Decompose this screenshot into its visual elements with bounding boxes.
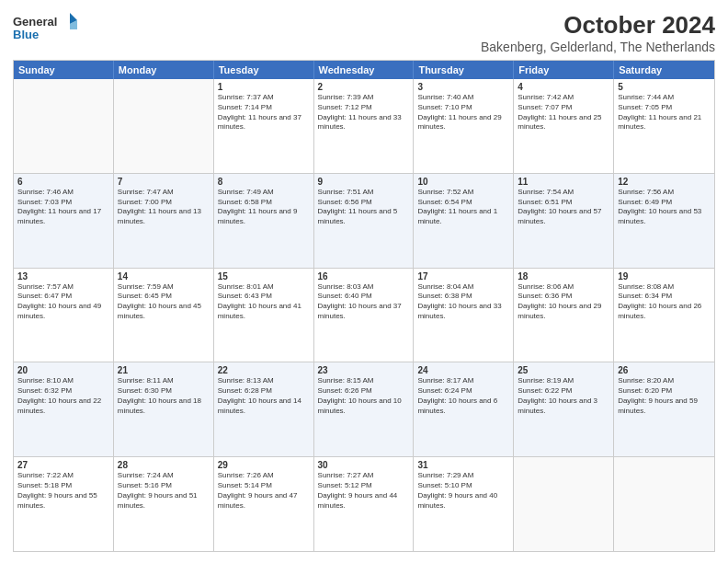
day-number: 24 <box>417 365 509 375</box>
day-info: Sunrise: 7:49 AMSunset: 6:58 PMDaylight:… <box>218 188 310 227</box>
day-cell-4: 4Sunrise: 7:42 AMSunset: 7:07 PMDaylight… <box>514 79 614 173</box>
day-number: 4 <box>518 82 609 92</box>
empty-cell <box>14 79 114 173</box>
day-number: 15 <box>218 271 310 282</box>
day-info: Sunrise: 7:39 AMSunset: 7:12 PMDaylight:… <box>318 93 410 132</box>
day-info: Sunrise: 8:20 AMSunset: 6:20 PMDaylight:… <box>618 376 711 416</box>
calendar-row-2: 6Sunrise: 7:46 AMSunset: 7:03 PMDaylight… <box>14 173 714 268</box>
day-number: 30 <box>318 460 410 470</box>
day-number: 5 <box>618 82 711 92</box>
day-cell-24: 24Sunrise: 8:17 AMSunset: 6:24 PMDayligh… <box>414 362 514 456</box>
day-number: 3 <box>417 82 509 92</box>
day-info: Sunrise: 7:29 AMSunset: 5:10 PMDaylight:… <box>417 471 509 511</box>
main-title: October 2024 <box>481 11 715 40</box>
day-number: 14 <box>118 271 210 282</box>
day-info: Sunrise: 8:13 AMSunset: 6:28 PMDaylight:… <box>218 376 310 416</box>
day-info: Sunrise: 7:57 AMSunset: 6:47 PMDaylight:… <box>17 282 109 322</box>
day-cell-7: 7Sunrise: 7:47 AMSunset: 7:00 PMDaylight… <box>114 174 214 268</box>
day-info: Sunrise: 7:37 AMSunset: 7:14 PMDaylight:… <box>218 93 310 132</box>
day-cell-8: 8Sunrise: 7:49 AMSunset: 6:58 PMDaylight… <box>214 174 314 268</box>
day-cell-10: 10Sunrise: 7:52 AMSunset: 6:54 PMDayligh… <box>414 174 514 268</box>
day-number: 9 <box>318 177 410 187</box>
calendar-row-3: 13Sunrise: 7:57 AMSunset: 6:47 PMDayligh… <box>14 268 714 362</box>
day-number: 1 <box>218 82 310 92</box>
day-number: 28 <box>118 460 210 470</box>
day-info: Sunrise: 7:46 AMSunset: 7:03 PMDaylight:… <box>17 188 109 227</box>
day-info: Sunrise: 7:26 AMSunset: 5:14 PMDaylight:… <box>218 471 310 511</box>
day-info: Sunrise: 8:19 AMSunset: 6:22 PMDaylight:… <box>518 376 609 416</box>
day-cell-17: 17Sunrise: 8:04 AMSunset: 6:38 PMDayligh… <box>414 269 514 362</box>
day-number: 19 <box>618 271 711 282</box>
day-info: Sunrise: 7:22 AMSunset: 5:18 PMDaylight:… <box>17 471 109 511</box>
day-number: 10 <box>417 177 509 187</box>
day-cell-2: 2Sunrise: 7:39 AMSunset: 7:12 PMDaylight… <box>314 79 415 173</box>
day-cell-29: 29Sunrise: 7:26 AMSunset: 5:14 PMDayligh… <box>214 457 314 551</box>
day-number: 8 <box>218 177 310 187</box>
day-info: Sunrise: 7:40 AMSunset: 7:10 PMDaylight:… <box>417 93 509 132</box>
day-cell-25: 25Sunrise: 8:19 AMSunset: 6:22 PMDayligh… <box>514 362 614 456</box>
day-cell-30: 30Sunrise: 7:27 AMSunset: 5:12 PMDayligh… <box>314 457 415 551</box>
day-header-wednesday: Wednesday <box>314 61 415 79</box>
day-info: Sunrise: 7:24 AMSunset: 5:16 PMDaylight:… <box>118 471 210 511</box>
day-number: 29 <box>218 460 310 470</box>
day-number: 11 <box>518 177 609 187</box>
calendar-row-4: 20Sunrise: 8:10 AMSunset: 6:32 PMDayligh… <box>14 362 714 456</box>
day-header-friday: Friday <box>514 61 614 79</box>
day-number: 13 <box>17 271 109 282</box>
day-cell-26: 26Sunrise: 8:20 AMSunset: 6:20 PMDayligh… <box>614 362 714 456</box>
day-header-thursday: Thursday <box>414 61 514 79</box>
day-info: Sunrise: 8:15 AMSunset: 6:26 PMDaylight:… <box>318 376 410 416</box>
day-cell-27: 27Sunrise: 7:22 AMSunset: 5:18 PMDayligh… <box>14 457 114 551</box>
logo: General Blue <box>13 11 77 46</box>
day-number: 2 <box>318 82 410 92</box>
day-cell-22: 22Sunrise: 8:13 AMSunset: 6:28 PMDayligh… <box>214 362 314 456</box>
subtitle: Bakenberg, Gelderland, The Netherlands <box>481 40 715 54</box>
day-info: Sunrise: 7:27 AMSunset: 5:12 PMDaylight:… <box>318 471 410 511</box>
calendar-row-1: 1Sunrise: 7:37 AMSunset: 7:14 PMDaylight… <box>14 79 714 173</box>
day-info: Sunrise: 7:56 AMSunset: 6:49 PMDaylight:… <box>618 188 711 227</box>
day-number: 25 <box>518 365 609 375</box>
header: General Blue October 2024 Bakenberg, Gel… <box>13 11 715 54</box>
day-cell-28: 28Sunrise: 7:24 AMSunset: 5:16 PMDayligh… <box>114 457 214 551</box>
day-cell-1: 1Sunrise: 7:37 AMSunset: 7:14 PMDaylight… <box>214 79 314 173</box>
day-info: Sunrise: 8:08 AMSunset: 6:34 PMDaylight:… <box>618 282 711 322</box>
day-cell-3: 3Sunrise: 7:40 AMSunset: 7:10 PMDaylight… <box>414 79 514 173</box>
day-header-saturday: Saturday <box>614 61 714 79</box>
day-info: Sunrise: 7:51 AMSunset: 6:56 PMDaylight:… <box>318 188 410 227</box>
day-info: Sunrise: 8:04 AMSunset: 6:38 PMDaylight:… <box>417 282 509 322</box>
day-number: 16 <box>318 271 410 282</box>
day-info: Sunrise: 7:59 AMSunset: 6:45 PMDaylight:… <box>118 282 210 322</box>
day-header-sunday: Sunday <box>14 61 114 79</box>
day-number: 27 <box>17 460 109 470</box>
calendar: SundayMondayTuesdayWednesdayThursdayFrid… <box>13 60 715 552</box>
day-cell-21: 21Sunrise: 8:11 AMSunset: 6:30 PMDayligh… <box>114 362 214 456</box>
day-number: 23 <box>318 365 410 375</box>
day-cell-31: 31Sunrise: 7:29 AMSunset: 5:10 PMDayligh… <box>414 457 514 551</box>
title-block: October 2024 Bakenberg, Gelderland, The … <box>481 11 715 54</box>
day-number: 22 <box>218 365 310 375</box>
day-info: Sunrise: 7:47 AMSunset: 7:00 PMDaylight:… <box>118 188 210 227</box>
day-number: 31 <box>417 460 509 470</box>
day-number: 7 <box>118 177 210 187</box>
day-cell-9: 9Sunrise: 7:51 AMSunset: 6:56 PMDaylight… <box>314 174 415 268</box>
day-cell-15: 15Sunrise: 8:01 AMSunset: 6:43 PMDayligh… <box>214 269 314 362</box>
day-number: 17 <box>417 271 509 282</box>
day-info: Sunrise: 7:42 AMSunset: 7:07 PMDaylight:… <box>518 93 609 132</box>
day-info: Sunrise: 8:10 AMSunset: 6:32 PMDaylight:… <box>17 376 109 416</box>
day-cell-20: 20Sunrise: 8:10 AMSunset: 6:32 PMDayligh… <box>14 362 114 456</box>
day-number: 21 <box>118 365 210 375</box>
day-number: 6 <box>17 177 109 187</box>
empty-cell <box>614 457 714 551</box>
day-cell-14: 14Sunrise: 7:59 AMSunset: 6:45 PMDayligh… <box>114 269 214 362</box>
day-cell-18: 18Sunrise: 8:06 AMSunset: 6:36 PMDayligh… <box>514 269 614 362</box>
day-number: 20 <box>17 365 109 375</box>
day-cell-11: 11Sunrise: 7:54 AMSunset: 6:51 PMDayligh… <box>514 174 614 268</box>
day-number: 26 <box>618 365 711 375</box>
day-info: Sunrise: 8:01 AMSunset: 6:43 PMDaylight:… <box>218 282 310 322</box>
day-info: Sunrise: 8:11 AMSunset: 6:30 PMDaylight:… <box>118 376 210 416</box>
empty-cell <box>514 457 614 551</box>
svg-text:General: General <box>13 15 57 29</box>
logo-svg: General Blue <box>13 11 77 46</box>
svg-text:Blue: Blue <box>13 28 39 41</box>
day-info: Sunrise: 7:54 AMSunset: 6:51 PMDaylight:… <box>518 188 609 227</box>
